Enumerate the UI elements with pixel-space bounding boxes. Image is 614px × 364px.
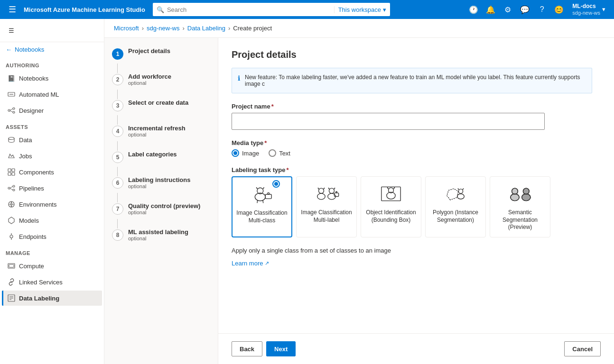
task-card-icon-bounding-box [376,182,406,205]
cancel-button[interactable]: Cancel [564,341,601,356]
sidebar-item-data-labeling[interactable]: Data Labeling [2,291,102,306]
step-3-title: Select or create data [128,99,210,106]
learn-more-container: Learn more ↗ [232,260,601,267]
breadcrumb-microsoft[interactable]: Microsoft [114,25,139,32]
sidebar-item-data[interactable]: Data [2,132,102,147]
media-type-label: Media type* [232,139,601,146]
task-card-image-classification-multiclass[interactable]: Image Classification Multi-class [232,176,292,237]
hamburger-menu-button[interactable]: ☰ [5,2,20,17]
models-icon [8,217,15,224]
task-type-label: Labeling task type* [232,166,601,173]
sidebar-item-linked-services[interactable]: Linked Services [2,274,102,290]
sidebar-item-endpoints[interactable]: Endpoints [2,229,102,244]
svg-point-4 [13,111,15,113]
svg-line-30 [257,200,258,203]
svg-point-19 [10,235,13,238]
sidebar-item-jobs[interactable]: Jobs [2,148,102,164]
steps-panel: 1 Project details 2 Add workforce option… [104,38,218,364]
step-6-title: Labeling instructions [128,176,210,183]
step-8-title: ML assisted labeling [128,228,210,236]
top-navigation-bar: ☰ Microsoft Azure Machine Learning Studi… [0,0,614,19]
image-radio-label: Image [242,150,259,157]
task-card-label-bounding-box: Object Identification (Bounding Box) [365,209,417,224]
notification-icon[interactable]: 🔔 [483,2,498,17]
task-type-cards: Image Classification Multi-class [232,176,592,237]
sidebar-item-label: Environments [19,201,56,208]
authoring-section-label: Authoring [0,57,104,70]
back-to-workspaces-button[interactable]: ← Notebooks [0,42,104,57]
sidebar-item-automated-ml[interactable]: Automated ML [2,87,102,102]
task-card-polygon-segmentation[interactable]: Polygon (Instance Segmentation) [425,176,486,237]
media-type-group: Media type* Image Text [232,139,601,157]
step-8: 8 ML assisted labeling optional [112,228,210,241]
svg-point-12 [8,187,10,189]
next-button[interactable]: Next [266,341,296,356]
step-number-8: 8 [112,229,123,241]
step-8-subtitle: optional [128,236,210,241]
info-icon: ℹ [238,74,240,82]
svg-rect-8 [8,169,11,172]
svg-point-34 [317,193,326,200]
svg-rect-11 [12,173,15,175]
task-card-label-polygon: Polygon (Instance Segmentation) [429,209,482,224]
search-input[interactable] [167,6,331,13]
clock-icon[interactable]: 🕐 [466,2,481,17]
task-card-image-classification-multilabel[interactable]: Image Classification Multi-label [296,176,357,237]
project-name-group: Project name* [232,103,601,130]
search-bar[interactable]: 🔍 This workspace ▾ [153,3,390,16]
media-type-image-option[interactable]: Image [232,149,259,157]
data-labeling-icon [8,294,15,302]
task-card-semantic-segmentation[interactable]: Semantic Segmentation (Preview) [490,176,550,237]
project-name-input[interactable] [232,113,545,130]
task-card-icon-multiclass [247,183,277,206]
external-link-icon: ↗ [265,260,269,266]
sidebar-item-models[interactable]: Models [2,213,102,228]
step-number-5: 5 [112,152,123,163]
workspace-selector[interactable]: This workspace ▾ [334,6,386,13]
sidebar-item-compute[interactable]: Compute [2,258,102,273]
sidebar-item-label: Designer [19,107,44,114]
task-card-object-identification[interactable]: Object Identification (Bounding Box) [361,176,421,237]
profile-icon[interactable]: 😊 [551,2,567,17]
sidebar-item-environments[interactable]: Environments [2,197,102,212]
sidebar-item-designer[interactable]: Designer [2,103,102,118]
text-radio-button[interactable] [269,149,276,157]
sidebar-item-pipelines[interactable]: Pipelines [2,181,102,196]
task-card-label-semantic: Semantic Segmentation (Preview) [494,209,546,231]
sidebar-item-notebooks[interactable]: 📓 Notebooks [2,71,102,86]
user-profile[interactable]: ML-docs sdg-new-ws ▾ [568,3,609,16]
learn-more-link[interactable]: Learn more ↗ [232,260,269,267]
sidebar-item-label: Data [19,136,32,144]
text-radio-label: Text [279,150,290,157]
breadcrumb-sep-1: › [142,25,144,32]
image-radio-button[interactable] [232,149,239,157]
svg-point-33 [268,192,270,194]
help-icon[interactable]: ? [534,2,549,17]
back-button[interactable]: Back [232,341,262,356]
content-body: 1 Project details 2 Add workforce option… [104,38,614,364]
chevron-down-icon: ▾ [383,6,386,13]
form-area: Project details ℹ New feature: To make l… [218,38,614,364]
user-workspace-name: sdg-new-ws [572,10,600,16]
step-number-3: 3 [112,100,123,111]
svg-line-5 [10,109,13,110]
user-chevron-icon: ▾ [602,6,605,13]
breadcrumb-data-labeling[interactable]: Data Labeling [187,25,225,32]
media-type-text-option[interactable]: Text [269,149,290,157]
step-number-2: 2 [112,74,123,85]
back-label: Notebooks [15,46,44,53]
sidebar-hamburger-button[interactable]: ☰ [4,23,19,38]
step-6: 6 Labeling instructions optional [112,176,210,189]
settings-icon[interactable]: ⚙ [500,2,515,17]
components-icon [8,168,15,176]
task-card-label-multilabel: Image Classification Multi-label [300,209,353,224]
step-7-subtitle: optional [128,209,210,215]
svg-point-35 [319,188,324,193]
chat-icon[interactable]: 💬 [517,2,532,17]
endpoints-icon [8,233,15,240]
step-number-1: 1 [112,48,123,60]
sidebar-item-components[interactable]: Components [2,164,102,180]
media-type-radio-group: Image Text [232,149,601,157]
breadcrumb-workspace[interactable]: sdg-new-ws [147,25,179,32]
svg-point-14 [13,189,15,191]
